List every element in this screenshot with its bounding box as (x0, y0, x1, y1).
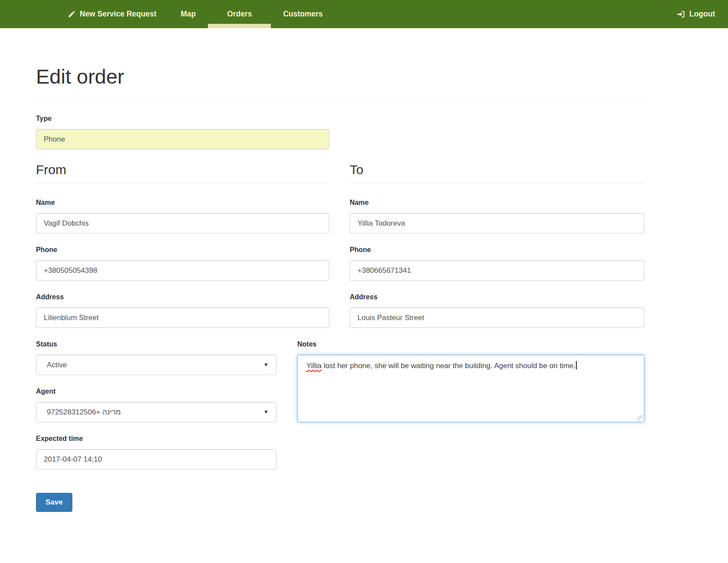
from-heading: From (36, 162, 329, 184)
from-name-group: Name (36, 198, 329, 233)
to-address-input[interactable] (350, 307, 644, 328)
agent-selected-value: מרינה +972528312506 (47, 408, 121, 416)
notes-group: Notes Yillia lost her phone, she will be… (297, 340, 644, 422)
nav-label: Orders (227, 10, 252, 19)
to-phone-label: Phone (350, 246, 644, 254)
to-phone-input[interactable] (350, 260, 644, 281)
logout-label: Logout (689, 10, 715, 19)
from-name-label: Name (36, 198, 329, 207)
nav-item-new-service-request[interactable]: New Service Request (55, 0, 169, 28)
status-select[interactable]: Active ▼ (36, 355, 276, 375)
top-navbar: New Service Request Map Orders Customers… (0, 0, 728, 28)
logout-button[interactable]: Logout (676, 0, 716, 28)
from-to-row: From Name Phone Address To Name Phone (36, 162, 644, 340)
from-phone-input[interactable] (36, 260, 329, 281)
from-phone-label: Phone (36, 246, 329, 254)
to-name-label: Name (350, 198, 644, 207)
from-section: From Name Phone Address (36, 162, 329, 340)
to-address-label: Address (350, 293, 644, 301)
nav-label: Map (181, 10, 196, 19)
notes-label: Notes (297, 340, 644, 348)
nav-item-orders[interactable]: Orders (208, 0, 271, 28)
agent-group: Agent מרינה +972528312506 ▼ (36, 387, 276, 422)
navbar-spacer (335, 0, 676, 28)
page-title: Edit order (36, 65, 644, 88)
type-field-group: Type (36, 114, 329, 149)
notes-text: lost her phone, she will be waiting near… (322, 362, 575, 370)
from-phone-group: Phone (36, 246, 329, 281)
pencil-icon (68, 10, 76, 18)
nav-item-customers[interactable]: Customers (271, 0, 335, 28)
details-row: Status Active ▼ Agent מרינה +97252831250… (36, 340, 644, 512)
to-phone-group: Phone (350, 246, 644, 281)
from-name-input[interactable] (36, 213, 329, 233)
nav-label: Customers (283, 10, 322, 19)
to-name-group: Name (350, 198, 644, 233)
from-address-label: Address (36, 293, 329, 301)
notes-column: Notes Yillia lost her phone, she will be… (297, 340, 644, 512)
caret-down-icon: ▼ (263, 402, 269, 422)
text-cursor (576, 361, 577, 369)
expected-time-label: Expected time (36, 434, 276, 443)
edit-order-page: Edit order Type From Name Phone Address … (36, 65, 644, 512)
resize-handle[interactable] (637, 415, 643, 421)
type-label: Type (36, 114, 329, 123)
nav-label: New Service Request (80, 10, 156, 19)
status-label: Status (36, 340, 276, 348)
to-heading: To (350, 162, 644, 184)
order-controls-column: Status Active ▼ Agent מרינה +97252831250… (36, 340, 276, 512)
notes-textarea[interactable]: Yillia lost her phone, she will be waiti… (297, 355, 644, 422)
to-section: To Name Phone Address (350, 162, 644, 340)
nav-item-map[interactable]: Map (169, 0, 208, 28)
status-group: Status Active ▼ (36, 340, 276, 375)
to-address-group: Address (350, 293, 644, 328)
expected-time-input[interactable] (36, 449, 276, 469)
agent-label: Agent (36, 387, 276, 395)
from-address-group: Address (36, 293, 329, 328)
from-address-input[interactable] (36, 307, 329, 328)
title-divider (36, 98, 644, 99)
notes-misspelled-word: Yillia (306, 362, 322, 370)
status-selected-value: Active (47, 361, 67, 369)
type-input[interactable] (36, 129, 329, 149)
expected-time-group: Expected time (36, 434, 276, 469)
sign-out-icon (677, 10, 686, 19)
save-button[interactable]: Save (36, 493, 72, 512)
agent-select[interactable]: מרינה +972528312506 ▼ (36, 402, 276, 422)
caret-down-icon: ▼ (263, 355, 269, 375)
to-name-input[interactable] (350, 213, 644, 233)
